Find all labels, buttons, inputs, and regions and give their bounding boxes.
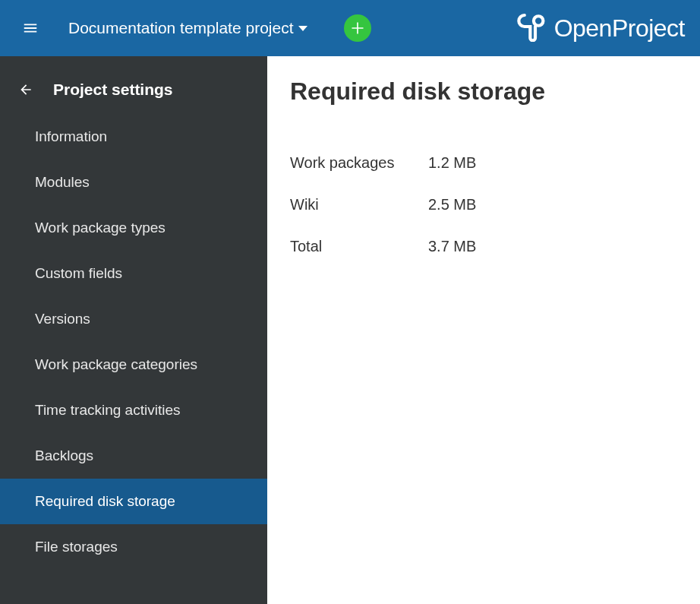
sidebar-item-label: Modules bbox=[35, 174, 90, 190]
sidebar-item-backlogs[interactable]: Backlogs bbox=[0, 433, 267, 479]
sidebar-item-information[interactable]: Information bbox=[0, 114, 267, 160]
svg-point-0 bbox=[534, 16, 544, 26]
sidebar-item-label: Required disk storage bbox=[35, 493, 175, 509]
hamburger-icon bbox=[22, 20, 39, 36]
sidebar-title: Project settings bbox=[53, 81, 173, 99]
sidebar-item-custom-fields[interactable]: Custom fields bbox=[0, 251, 267, 296]
sidebar-item-label: File storages bbox=[35, 539, 118, 555]
sidebar-item-label: Work package types bbox=[35, 220, 166, 236]
sidebar-item-label: Custom fields bbox=[35, 265, 122, 281]
main-content: Required disk storage Work packages 1.2 … bbox=[267, 56, 700, 604]
arrow-left-icon bbox=[18, 82, 33, 97]
storage-row-value: 3.7 MB bbox=[428, 238, 677, 255]
sidebar-items: Information Modules Work package types C… bbox=[0, 114, 267, 570]
hamburger-menu-button[interactable] bbox=[15, 13, 46, 43]
storage-row-value: 1.2 MB bbox=[428, 154, 677, 172]
sidebar-item-time-tracking-activities[interactable]: Time tracking activities bbox=[0, 387, 267, 433]
sidebar-item-work-package-categories[interactable]: Work package categories bbox=[0, 342, 267, 387]
openproject-logo-icon bbox=[516, 11, 547, 45]
project-selector[interactable]: Documentation template project bbox=[68, 19, 307, 37]
storage-row-value: 2.5 MB bbox=[428, 196, 677, 213]
storage-row: Total 3.7 MB bbox=[290, 226, 677, 267]
storage-row: Wiki 2.5 MB bbox=[290, 184, 677, 226]
sidebar-item-file-storages[interactable]: File storages bbox=[0, 524, 267, 570]
storage-row-label: Work packages bbox=[290, 154, 428, 172]
sidebar-item-modules[interactable]: Modules bbox=[0, 160, 267, 205]
caret-down-icon bbox=[298, 26, 307, 31]
sidebar-item-label: Information bbox=[35, 128, 107, 144]
sidebar-item-work-package-types[interactable]: Work package types bbox=[0, 205, 267, 251]
storage-row-label: Wiki bbox=[290, 196, 428, 213]
logo-area[interactable]: OpenProject bbox=[516, 11, 685, 45]
sidebar-item-label: Backlogs bbox=[35, 447, 93, 463]
project-name-label: Documentation template project bbox=[68, 19, 294, 37]
sidebar-item-label: Versions bbox=[35, 311, 90, 327]
logo-text: OpenProject bbox=[554, 14, 685, 43]
sidebar: Project settings Information Modules Wor… bbox=[0, 56, 267, 604]
plus-icon bbox=[350, 21, 365, 36]
storage-row: Work packages 1.2 MB bbox=[290, 142, 677, 184]
page-heading: Required disk storage bbox=[290, 77, 677, 106]
add-button[interactable] bbox=[344, 14, 371, 42]
sidebar-item-versions[interactable]: Versions bbox=[0, 296, 267, 342]
sidebar-header: Project settings bbox=[0, 70, 267, 114]
back-button[interactable] bbox=[12, 82, 39, 97]
storage-row-label: Total bbox=[290, 238, 428, 255]
sidebar-item-label: Work package categories bbox=[35, 356, 197, 372]
sidebar-item-label: Time tracking activities bbox=[35, 402, 180, 418]
storage-table: Work packages 1.2 MB Wiki 2.5 MB Total 3… bbox=[290, 142, 677, 267]
top-bar: Documentation template project OpenProje… bbox=[0, 0, 700, 56]
sidebar-item-required-disk-storage[interactable]: Required disk storage bbox=[0, 479, 267, 524]
